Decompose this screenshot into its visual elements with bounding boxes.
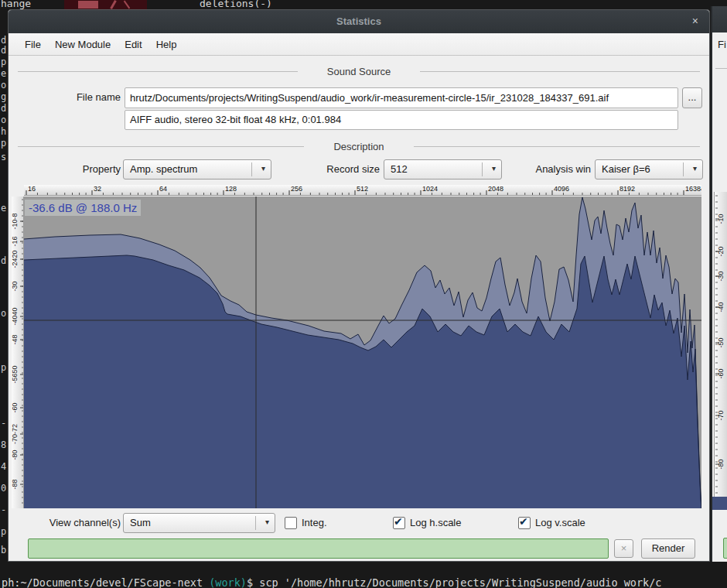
tick-label: 2048 bbox=[488, 185, 503, 193]
menu-file[interactable]: File bbox=[18, 39, 48, 50]
tick-label: -16 bbox=[12, 236, 19, 246]
analysis-win-label: Analysis win bbox=[479, 159, 591, 179]
tick-label: -5650 bbox=[12, 365, 19, 383]
analysis-win-combobox[interactable]: Kaiser β=6 ▾ bbox=[595, 159, 703, 179]
property-label: Property bbox=[9, 159, 121, 179]
render-progressbar bbox=[28, 538, 609, 559]
terminal-command: $ scp '/home/hhrutz/Documents/projects/W… bbox=[247, 576, 661, 588]
chevron-down-icon: ▾ bbox=[261, 164, 265, 173]
terminal-char: p bbox=[1, 526, 6, 537]
terminal-char: 0 bbox=[1, 483, 6, 494]
render-button[interactable]: Render bbox=[641, 538, 695, 559]
ruler-svg: 163264128256512102420484096819216384 bbox=[24, 185, 701, 195]
terminal-char: 8 bbox=[1, 439, 6, 450]
tick-label: 1024 bbox=[422, 185, 438, 193]
spectrum-svg bbox=[24, 197, 701, 508]
window-title: Statistics bbox=[9, 15, 709, 27]
background-window-file-menu[interactable]: Fi bbox=[718, 39, 726, 50]
tick-label: -10 bbox=[717, 214, 725, 224]
image-mark bbox=[78, 1, 98, 9]
tick-label: -70 bbox=[717, 410, 725, 420]
log-v-scale-checkbox[interactable]: ✔ bbox=[518, 517, 531, 529]
combo-divider bbox=[255, 516, 256, 530]
terminal-char: p bbox=[1, 56, 6, 67]
description-heading: Description bbox=[304, 141, 413, 152]
terminal-char: p bbox=[1, 138, 6, 149]
menu-new-module[interactable]: New Module bbox=[48, 39, 118, 50]
tick-label: -60 bbox=[12, 402, 19, 412]
chevron-down-icon: ▾ bbox=[265, 518, 269, 526]
tick-label: 128 bbox=[225, 185, 237, 193]
separator-line bbox=[18, 146, 304, 147]
tick-label: -60 bbox=[717, 368, 725, 378]
close-icon[interactable]: × bbox=[692, 15, 698, 27]
property-combobox[interactable]: Amp. spectrum ▾ bbox=[123, 159, 271, 179]
record-size-label: Record size bbox=[268, 159, 380, 179]
browse-button[interactable]: ... bbox=[682, 87, 702, 108]
log-h-scale-checkbox[interactable]: ✔ bbox=[393, 517, 405, 529]
menu-help[interactable]: Help bbox=[149, 39, 184, 50]
terminal-char: d bbox=[1, 103, 6, 114]
terminal-char: s bbox=[1, 152, 6, 162]
integ-checkbox[interactable] bbox=[285, 517, 297, 529]
file-info-field: AIFF audio, stereo 32-bit float 48 kHz, … bbox=[125, 110, 678, 130]
sound-source-heading: Sound Source bbox=[298, 66, 420, 77]
view-channels-combobox[interactable]: Sum ▾ bbox=[123, 513, 275, 533]
terminal-char: o bbox=[1, 80, 6, 91]
amplitude-ruler: -10-8-16-2420-30-4040-48-5650-60-70-72-8… bbox=[12, 197, 24, 508]
terminal-char: g bbox=[1, 91, 6, 102]
background-window[interactable]: Fi -10-20-30-40-50-60-70-80 bbox=[711, 6, 727, 562]
property-value: Amp. spectrum bbox=[130, 163, 197, 175]
log-v-scale-label: Log v.scale bbox=[535, 517, 585, 529]
description-separator: Description bbox=[18, 139, 700, 153]
terminal-char: p bbox=[1, 362, 6, 373]
integ-label: Integ. bbox=[302, 517, 327, 529]
tick-label: -30 bbox=[12, 281, 19, 291]
tick-label: 256 bbox=[291, 185, 302, 193]
image-mark bbox=[110, 0, 117, 9]
terminal-image-fragment bbox=[64, 0, 147, 9]
tick-label: -48 bbox=[12, 334, 19, 344]
tick-label: -40 bbox=[717, 302, 725, 312]
titlebar[interactable]: Statistics × bbox=[9, 10, 709, 34]
terminal-char: b bbox=[1, 545, 6, 556]
spectrum-plot[interactable] bbox=[24, 197, 701, 508]
file-name-label: File name bbox=[9, 87, 121, 108]
terminal-top-right-text: deletions(-) bbox=[200, 0, 272, 9]
separator-line bbox=[18, 71, 298, 72]
combo-divider bbox=[251, 162, 252, 176]
abort-button[interactable]: × bbox=[614, 539, 633, 558]
background-window-chart-fragment bbox=[712, 497, 727, 510]
tick-label: 32 bbox=[94, 185, 101, 193]
tick-label: -2420 bbox=[12, 250, 19, 268]
tick-label: 16384 bbox=[685, 185, 701, 193]
menubar: File New Module Edit Help bbox=[9, 33, 709, 56]
terminal-char: o bbox=[1, 115, 6, 125]
image-mark bbox=[124, 1, 131, 9]
amplitude-ticks: -10-20-30-40-50-60-70-80 bbox=[715, 196, 725, 493]
view-channels-label: View channel(s) bbox=[9, 513, 121, 533]
terminal-char: e bbox=[1, 68, 6, 79]
tick-label: 8192 bbox=[619, 185, 635, 193]
terminal-char: - bbox=[1, 504, 6, 515]
file-name-input[interactable]: hrutz/Documents/projects/WritingSuspend/… bbox=[125, 87, 678, 108]
check-icon: ✔ bbox=[519, 515, 528, 528]
tick-label: -50 bbox=[717, 337, 725, 347]
background-window-vertical-ruler: -10-20-30-40-50-60-70-80 bbox=[714, 192, 727, 501]
terminal-char: d bbox=[1, 45, 6, 56]
analysis-win-value: Kaiser β=6 bbox=[602, 163, 650, 175]
terminal-prompt: ph:~/Documents/devel/FScape-next bbox=[2, 576, 209, 588]
record-size-value: 512 bbox=[391, 163, 408, 175]
tick-label: -70-72 bbox=[12, 424, 19, 444]
tick-label: 4096 bbox=[554, 185, 569, 193]
frequency-ticks: 163264128256512102420484096819216384 bbox=[26, 185, 701, 195]
tick-label: -80 bbox=[717, 459, 725, 469]
background-window-titlebar[interactable] bbox=[712, 6, 727, 32]
menu-edit[interactable]: Edit bbox=[118, 39, 148, 50]
terminal-char: o bbox=[1, 308, 6, 319]
chevron-down-icon: ▾ bbox=[693, 164, 697, 173]
tick-label: -20 bbox=[717, 246, 725, 256]
sound-source-separator: Sound Source bbox=[18, 64, 700, 78]
tick-label: 16 bbox=[28, 185, 36, 193]
tick-label: -10-8 bbox=[12, 213, 19, 229]
